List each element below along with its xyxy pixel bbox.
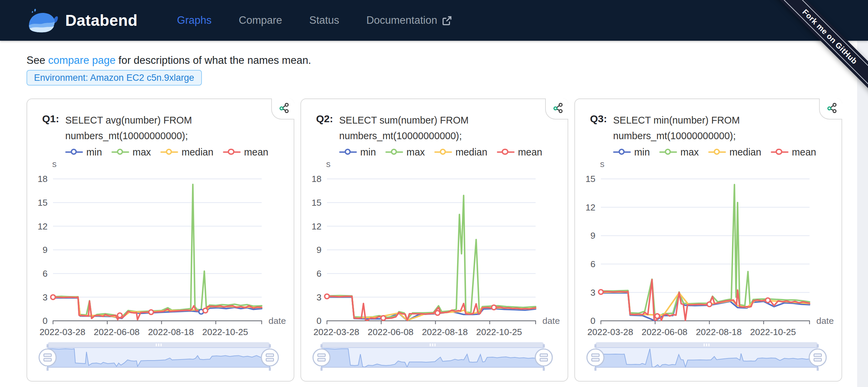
share-nodes-icon: [552, 102, 563, 113]
y-axis-unit: s: [600, 159, 605, 169]
y-tick-label: 6: [42, 269, 48, 279]
x-tick-label: 2022-10-25: [202, 327, 248, 337]
data-point-marker[interactable]: [381, 316, 386, 320]
share-nodes-icon: [278, 102, 289, 113]
y-tick-label: 12: [586, 202, 595, 213]
q3-line-chart[interactable]: 03691215s2022-03-282022-06-082022-08-182…: [575, 99, 843, 382]
brand-name: Databend: [65, 11, 138, 30]
data-point-marker[interactable]: [118, 313, 122, 318]
chart-card-q2: Q2: SELECT sum(number) FROM numbers_mt(1…: [300, 98, 568, 382]
navbar: Databend Graphs Compare Status Documenta…: [0, 0, 868, 41]
x-axis-label: date: [816, 316, 834, 326]
series-line-min[interactable]: [601, 293, 810, 321]
series-line-max[interactable]: [327, 196, 536, 319]
chart-card-q3: Q3: SELECT min(number) FROM numbers_mt(1…: [574, 98, 842, 382]
data-point-marker[interactable]: [655, 314, 660, 318]
intro-suffix: for descriptions of what the names mean.: [116, 54, 311, 66]
x-tick-label: 2022-08-18: [696, 327, 742, 337]
x-tick-label: 2022-10-25: [476, 327, 522, 337]
page: Databend Graphs Compare Status Documenta…: [0, 0, 868, 387]
data-point-marker[interactable]: [598, 290, 603, 294]
y-tick-label: 3: [42, 292, 48, 302]
x-tick-label: 2022-08-18: [422, 327, 468, 337]
x-axis-label: date: [542, 316, 560, 326]
external-link-icon: [442, 15, 452, 25]
data-point-marker[interactable]: [435, 311, 440, 315]
y-axis-unit: s: [326, 159, 331, 169]
intro-prefix: See: [27, 54, 48, 66]
y-tick-label: 18: [312, 174, 322, 184]
x-tick-label: 2022-03-28: [39, 327, 85, 337]
datazoom-grip: [160, 344, 161, 346]
y-tick-label: 18: [38, 174, 48, 184]
data-point-marker[interactable]: [491, 305, 496, 310]
datazoom-grip: [156, 344, 157, 346]
y-tick-label: 0: [590, 316, 595, 326]
y-tick-label: 3: [590, 288, 595, 298]
y-tick-label: 3: [316, 292, 322, 302]
x-tick-label: 2022-10-25: [750, 327, 796, 337]
y-tick-label: 6: [590, 259, 595, 269]
data-point-marker[interactable]: [149, 310, 154, 315]
datazoom-grip: [158, 344, 159, 346]
x-tick-label: 2022-06-08: [642, 327, 688, 337]
y-tick-label: 12: [38, 221, 48, 232]
nav-link-graphs[interactable]: Graphs: [177, 14, 212, 26]
q2-line-chart[interactable]: 0369121518s2022-03-282022-06-082022-08-1…: [301, 99, 569, 382]
y-tick-label: 0: [316, 316, 322, 326]
nav-link-compare[interactable]: Compare: [239, 14, 282, 26]
y-tick-label: 9: [42, 245, 48, 255]
share-button[interactable]: [545, 98, 568, 119]
y-tick-label: 9: [316, 245, 322, 255]
series-line-max[interactable]: [53, 184, 262, 318]
datazoom-grip: [430, 344, 431, 346]
data-point-marker[interactable]: [325, 294, 329, 299]
x-axis-label: date: [268, 316, 286, 326]
compare-page-link[interactable]: compare page: [48, 54, 116, 66]
data-point-marker[interactable]: [203, 308, 208, 313]
whale-logo-icon: [26, 7, 58, 35]
series-line-max[interactable]: [601, 185, 810, 318]
nav-link-documentation-label: Documentation: [366, 14, 437, 26]
share-button[interactable]: [271, 98, 294, 119]
nav-links: Graphs Compare Status Documentation: [177, 14, 452, 26]
datazoom-grip: [708, 344, 709, 346]
y-tick-label: 15: [38, 198, 48, 208]
x-tick-label: 2022-06-08: [368, 327, 414, 337]
share-button[interactable]: [819, 98, 842, 119]
intro-text: See compare page for descriptions of wha…: [27, 54, 311, 67]
x-tick-label: 2022-06-08: [94, 327, 140, 337]
environment-badge: Environment: Amazon EC2 c5n.9xlarge: [27, 70, 202, 86]
y-tick-label: 15: [312, 198, 322, 208]
datazoom-grip: [704, 344, 705, 346]
datazoom-grip: [706, 344, 707, 346]
x-tick-label: 2022-03-28: [313, 327, 359, 337]
datazoom-grip: [432, 344, 433, 346]
y-axis-unit: s: [52, 159, 57, 169]
brand-logo[interactable]: Databend: [26, 5, 138, 35]
nav-link-documentation[interactable]: Documentation: [366, 14, 452, 26]
x-tick-label: 2022-08-18: [148, 327, 194, 337]
nav-link-status[interactable]: Status: [309, 14, 339, 26]
y-tick-label: 0: [42, 316, 48, 326]
y-tick-label: 9: [590, 231, 595, 241]
chart-cards-row: Q1: SELECT avg(number) FROM numbers_mt(1…: [27, 98, 842, 382]
chart-card-q1: Q1: SELECT avg(number) FROM numbers_mt(1…: [27, 98, 294, 382]
scrollbar-track[interactable]: [857, 41, 868, 387]
x-tick-label: 2022-03-28: [587, 327, 633, 337]
share-nodes-icon: [826, 102, 837, 113]
q1-line-chart[interactable]: 0369121518s2022-03-282022-06-082022-08-1…: [27, 99, 295, 382]
data-point-marker[interactable]: [765, 298, 770, 303]
datazoom-grip: [434, 344, 435, 346]
y-tick-label: 15: [586, 174, 595, 184]
data-point-marker[interactable]: [51, 295, 55, 300]
y-tick-label: 6: [316, 269, 322, 279]
data-point-marker[interactable]: [707, 302, 712, 307]
y-tick-label: 12: [312, 221, 322, 232]
